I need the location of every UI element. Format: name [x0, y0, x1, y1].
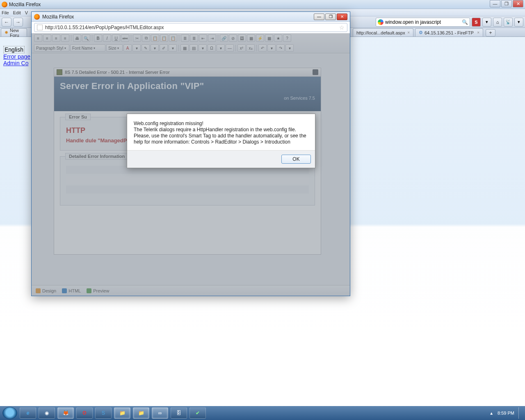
taskbar-ie[interactable]: e — [20, 407, 36, 419]
taskbar-opera[interactable]: O — [76, 407, 93, 419]
link-admin[interactable]: Admin Co — [3, 60, 30, 66]
eraser-button[interactable]: ✐ — [160, 44, 168, 52]
tray-clock[interactable]: 8:59 PM — [498, 411, 514, 415]
italic-button[interactable]: I — [103, 34, 111, 42]
font-name-combo[interactable]: Font Name▾ — [70, 44, 105, 52]
snippet-button[interactable]: ▤ — [189, 44, 198, 52]
redo-button[interactable]: ↷ — [276, 44, 285, 52]
font-size-combo[interactable]: Size▾ — [106, 44, 123, 52]
taskbar-runner[interactable]: ✔ — [189, 407, 206, 419]
taskbar-visualstudio[interactable]: ∞ — [152, 407, 168, 419]
align-center-button[interactable]: ≡ — [43, 34, 51, 42]
minimize-button[interactable]: — — [490, 0, 500, 7]
find-button[interactable]: 🔍 — [82, 34, 90, 42]
subscript-button[interactable]: x₂ — [247, 44, 255, 52]
image-button[interactable]: 🖼 — [238, 34, 246, 42]
font-color-arrow[interactable]: ▾ — [132, 44, 141, 52]
bookmark-star-icon[interactable]: ☆ — [339, 24, 345, 31]
maximize-button[interactable]: ❐ — [501, 0, 512, 7]
iis-close-icon[interactable] — [313, 69, 318, 75]
highlight-arrow[interactable]: ▾ — [151, 44, 159, 52]
copy-button[interactable]: ⧉ — [142, 34, 150, 42]
preview-icon — [87, 288, 91, 293]
popup-maximize-button[interactable]: ❐ — [325, 14, 336, 20]
menu-view[interactable]: V — [25, 10, 28, 15]
search-input[interactable] — [385, 19, 460, 25]
table-button[interactable]: ▦ — [180, 44, 189, 52]
feed-button[interactable]: 📡 — [504, 18, 513, 27]
tab-close-icon[interactable]: × — [407, 30, 410, 35]
symbol-button[interactable]: ★ — [274, 34, 282, 42]
mode-preview[interactable]: Preview — [87, 288, 109, 293]
print-button[interactable]: 🖶 — [73, 34, 81, 42]
taskbar-sql[interactable]: 🗄 — [171, 407, 187, 419]
new-tab-button[interactable]: + — [486, 29, 495, 37]
snippet-arrow[interactable]: ▾ — [199, 44, 207, 52]
outdent-button[interactable]: ⇤ — [199, 34, 207, 42]
menu-file[interactable]: File — [2, 10, 9, 15]
tab-fireftp[interactable]: ⚙ 64.15.136.251 - FireFTP × — [415, 28, 483, 37]
siteinfo-button[interactable]: S — [472, 18, 481, 27]
font-color-button[interactable]: A — [123, 44, 132, 52]
align-left-button[interactable]: ≡ — [34, 34, 42, 42]
close-button[interactable]: ✕ — [513, 0, 523, 7]
strike-button[interactable]: abc — [121, 34, 129, 42]
show-desktop-button[interactable] — [518, 407, 523, 419]
popup-addressbar[interactable]: http://10.0.1.55:214/en/PopUpPages/HTMLE… — [34, 23, 347, 32]
alert-line3: Please, use the control's Smart Tag to a… — [134, 133, 308, 139]
highlight-button[interactable]: ✎ — [142, 44, 150, 52]
help-button[interactable]: ? — [283, 34, 291, 42]
undo-arrow[interactable]: ▾ — [267, 44, 276, 52]
taskbar-explorer1[interactable]: 📁 — [114, 407, 130, 419]
mode-html[interactable]: HTML — [62, 288, 81, 293]
cut-button[interactable]: ✂ — [133, 34, 141, 42]
unlink-button[interactable]: ⊘ — [229, 34, 237, 42]
paste-word-button[interactable]: 📋 — [160, 34, 168, 42]
superscript-button[interactable]: x² — [237, 44, 246, 52]
back-button[interactable]: ← — [2, 18, 11, 27]
tab-local-default[interactable]: http://local...default.aspx × — [353, 28, 413, 37]
dropdown-button[interactable]: ▾ — [482, 18, 491, 27]
tab-close-icon[interactable]: × — [477, 30, 479, 35]
special-char-button[interactable]: Ω — [208, 44, 216, 52]
media-button[interactable]: ▦ — [247, 34, 255, 42]
tab-new-forum[interactable]: ✸ New Foru — [1, 28, 27, 37]
unordered-list-button[interactable]: ≣ — [190, 34, 198, 42]
taskbar-firefox[interactable]: 🦊 — [57, 407, 74, 419]
popup-minimize-button[interactable]: — — [314, 14, 324, 20]
paste-html-button[interactable]: 📋 — [169, 34, 177, 42]
ordered-list-button[interactable]: ≣ — [181, 34, 189, 42]
forward-button[interactable]: → — [13, 18, 23, 27]
search-magnifier-icon[interactable]: 🔍 — [462, 19, 468, 25]
eraser-arrow[interactable]: ▾ — [169, 44, 177, 52]
link-error-page[interactable]: Error page — [3, 53, 30, 60]
indent-button[interactable]: ⇥ — [208, 34, 216, 42]
taskbar-chrome[interactable]: ◉ — [39, 407, 55, 419]
taskbar-explorer2[interactable]: 📁 — [133, 407, 149, 419]
mode-design[interactable]: Design — [36, 288, 56, 293]
ok-button[interactable]: OK — [281, 155, 311, 164]
flash-button[interactable]: ⚡ — [256, 34, 264, 42]
align-justify-button[interactable]: ≡ — [61, 34, 69, 42]
home-button[interactable]: ⌂ — [493, 18, 502, 27]
redo-arrow[interactable]: ▾ — [285, 44, 294, 52]
start-button[interactable] — [2, 407, 17, 419]
tray-arrow-icon[interactable]: ▲ — [489, 411, 493, 415]
undo-button[interactable]: ↶ — [258, 44, 267, 52]
dropdown2-button[interactable]: ▾ — [514, 18, 523, 27]
search-box[interactable]: 🔍 — [376, 18, 470, 27]
paste-button[interactable]: 📋 — [151, 34, 159, 42]
popup-close-button[interactable]: ✕ — [337, 14, 347, 20]
menu-edit[interactable]: Edit — [13, 10, 21, 15]
iis-title-text: IIS 7.5 Detailed Error - 500.21 - Intern… — [65, 70, 170, 75]
underline-button[interactable]: U — [112, 34, 120, 42]
align-right-button[interactable]: ≡ — [52, 34, 60, 42]
paragraph-style-combo[interactable]: Paragraph Styl▾ — [34, 44, 69, 52]
bold-button[interactable]: B — [94, 34, 102, 42]
hr-button[interactable]: — — [226, 44, 234, 52]
table-insert-button[interactable]: ▦ — [265, 34, 273, 42]
link-button[interactable]: 🔗 — [220, 34, 228, 42]
taskbar-skype[interactable]: S — [95, 407, 112, 419]
popup-titlebar: Mozilla Firefox — ❐ ✕ — [32, 12, 350, 22]
special-char-arrow[interactable]: ▾ — [217, 44, 225, 52]
